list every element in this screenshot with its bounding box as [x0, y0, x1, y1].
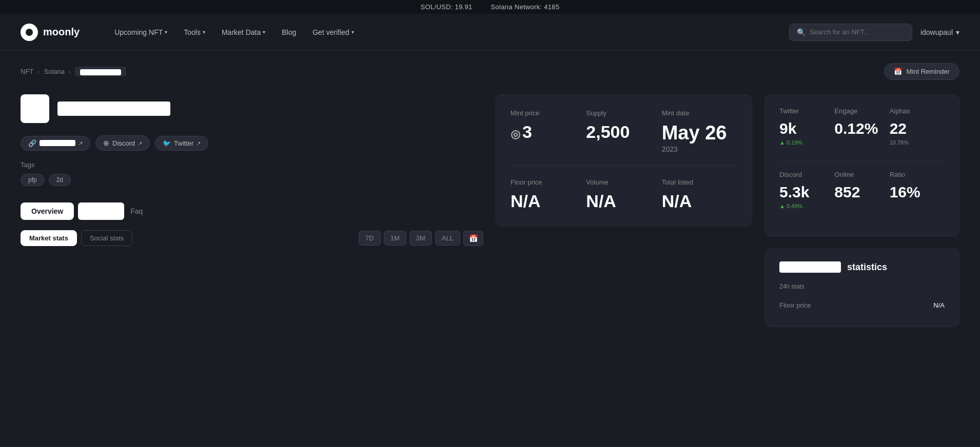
tags-label: Tags — [21, 161, 483, 169]
time-all-button[interactable]: ALL — [435, 231, 460, 246]
tags-row: pfp 2d — [21, 174, 483, 186]
external-link-icon: ↗ — [138, 140, 142, 146]
mint-date-year: 2023 — [662, 145, 737, 153]
ratio-value: 16% — [890, 184, 945, 201]
twitter-label: Twitter — [779, 107, 834, 115]
volume-label: Volume — [586, 178, 661, 186]
search-box[interactable]: 🔍 — [789, 24, 912, 41]
alphas-label: Alphas — [890, 107, 945, 115]
floor-price-row: Floor price N/A — [779, 296, 945, 314]
nav-get-verified[interactable]: Get verified ▾ — [306, 24, 360, 40]
supply-stat: Supply 2,500 — [586, 109, 661, 153]
ticker-bar: SOL/USD: 19.91 Solana Network: 4185 — [0, 0, 980, 14]
discord-members-stat: Discord 5.3k ▲ 0.49% — [779, 171, 834, 209]
mint-price-label: Mint price — [511, 109, 586, 117]
time-3m-button[interactable]: 3M — [409, 231, 432, 246]
total-listed-value: N/A — [662, 191, 737, 211]
logo-icon — [21, 24, 38, 41]
tag-pfp[interactable]: pfp — [21, 174, 45, 186]
tab-overview[interactable]: Overview — [21, 202, 74, 220]
discord-stats-section: Discord 5.3k ▲ 0.49% Online 852 Ratio 16… — [779, 171, 945, 209]
nav-upcoming-nft[interactable]: Upcoming NFT ▾ — [108, 24, 173, 40]
user-menu-button[interactable]: idowupaul ▾ — [920, 28, 959, 36]
search-input[interactable] — [810, 28, 905, 36]
time-1m-button[interactable]: 1M — [384, 231, 406, 246]
tab-roadmap-placeholder[interactable] — [78, 202, 124, 220]
discord-stats-grid: Discord 5.3k ▲ 0.49% Online 852 Ratio 16… — [779, 171, 945, 209]
stats-grid-bottom: Floor price N/A Volume N/A Total listed … — [511, 178, 737, 211]
time-filter-buttons: 7D 1M 3M ALL 📅 — [359, 231, 483, 246]
social-stats-button[interactable]: Social stats — [81, 230, 132, 246]
supply-value: 2,500 — [586, 122, 661, 142]
nav-tools[interactable]: Tools ▾ — [178, 24, 211, 40]
tag-2d[interactable]: 2d — [49, 174, 71, 186]
stats-grid-top: Mint price ◎3 Supply 2,500 Mint date May… — [511, 109, 737, 166]
project-header — [21, 94, 483, 123]
mint-stats-card: Mint price ◎3 Supply 2,500 Mint date May… — [496, 94, 752, 226]
main-nav: Upcoming NFT ▾ Tools ▾ Market Data ▾ Blo… — [108, 24, 773, 40]
divider — [779, 160, 945, 160]
link-icon: 🔗 — [28, 139, 36, 147]
discord-value: 5.3k — [779, 184, 834, 201]
chevron-down-icon: ▾ — [956, 28, 959, 36]
breadcrumb-nft[interactable]: NFT — [21, 68, 33, 75]
discord-link[interactable]: ⊕ Discord ↗ — [95, 135, 150, 151]
engage-value: 0.12% — [834, 120, 889, 137]
website-link[interactable]: 🔗 ↗ — [21, 136, 90, 151]
logo-text: moonly — [43, 26, 80, 38]
breadcrumb-solana[interactable]: Solana — [44, 68, 65, 75]
volume-stat: Volume N/A — [586, 178, 661, 211]
header: moonly Upcoming NFT ▾ Tools ▾ Market Dat… — [0, 14, 980, 51]
engage-label: Engage — [834, 107, 889, 115]
sol-icon: ◎ — [511, 128, 520, 140]
twitter-link[interactable]: 🐦 Twitter ↗ — [155, 136, 208, 151]
volume-value: N/A — [586, 191, 661, 211]
alphas-stat: Alphas 22 10.78% — [890, 107, 945, 146]
network-ticker: Solana Network: 4185 — [491, 3, 560, 11]
logo[interactable]: moonly — [21, 24, 80, 41]
ratio-label: Ratio — [890, 171, 945, 178]
project-image — [21, 94, 49, 123]
mint-date-value: May 26 — [662, 122, 737, 144]
alphas-sub: 10.78% — [890, 139, 945, 146]
market-stats-button[interactable]: Market stats — [21, 230, 77, 246]
time-7d-button[interactable]: 7D — [359, 231, 381, 246]
twitter-icon: 🐦 — [163, 139, 171, 147]
stat-type-buttons: Market stats Social stats — [21, 230, 132, 246]
chevron-down-icon: ▾ — [263, 29, 265, 35]
mint-reminder-button[interactable]: 📅 Mint Reminder — [884, 63, 959, 80]
ratio-stat: Ratio 16% — [890, 171, 945, 209]
floor-price-row-label: Floor price — [779, 301, 811, 309]
breadcrumb-sep-2: › — [69, 68, 71, 75]
tab-faq[interactable]: Faq — [128, 203, 145, 219]
calendar-button[interactable]: 📅 — [463, 231, 483, 246]
nav-blog[interactable]: Blog — [276, 24, 302, 40]
social-stats-card: Twitter 9k ▲ 0.19% Engage 0.12% Alphas 2… — [765, 94, 959, 236]
statistics-title: statistics — [847, 262, 887, 273]
total-listed-label: Total listed — [662, 178, 737, 186]
statistics-name-placeholder — [779, 261, 841, 273]
tabs-row: Overview Faq — [21, 202, 483, 220]
mint-date-stat: Mint date May 26 2023 — [662, 109, 737, 153]
chevron-down-icon: ▾ — [351, 29, 354, 35]
floor-price-stat: Floor price N/A — [511, 178, 586, 211]
main-content: NFT › Solana › 📅 Mint Reminder 🔗 — [0, 51, 980, 339]
left-column: 🔗 ↗ ⊕ Discord ↗ 🐦 Twitter ↗ Tags pfp — [21, 94, 483, 246]
mint-date-label: Mint date — [662, 109, 737, 117]
twitter-stats-section: Twitter 9k ▲ 0.19% Engage 0.12% Alphas 2… — [779, 107, 945, 146]
chevron-down-icon: ▾ — [203, 29, 205, 35]
mint-price-stat: Mint price ◎3 — [511, 109, 586, 153]
twitter-change: ▲ 0.19% — [779, 139, 834, 146]
discord-icon: ⊕ — [103, 139, 109, 147]
breadcrumb-current — [75, 67, 126, 76]
statistics-panel: statistics 24h stats Floor price N/A — [765, 249, 959, 327]
links-row: 🔗 ↗ ⊕ Discord ↗ 🐦 Twitter ↗ — [21, 135, 483, 151]
twitter-value: 9k — [779, 120, 834, 137]
project-name-placeholder — [57, 101, 170, 116]
discord-change: ▲ 0.49% — [779, 203, 834, 209]
online-value: 852 — [834, 184, 889, 201]
alphas-value: 22 — [890, 120, 945, 137]
calendar-icon: 📅 — [894, 68, 902, 75]
breadcrumb: NFT › Solana › — [21, 67, 126, 76]
nav-market-data[interactable]: Market Data ▾ — [215, 24, 271, 40]
